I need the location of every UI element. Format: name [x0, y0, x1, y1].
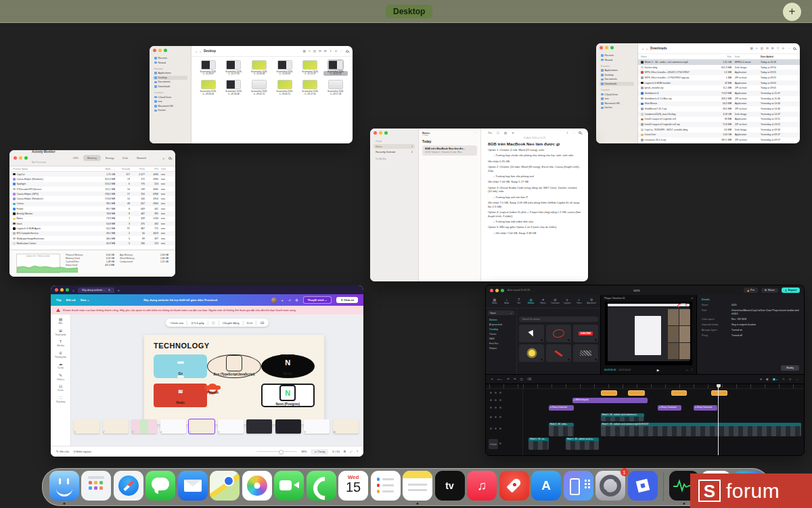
- process-row[interactable]: Logitech G HUB Agent 50,5 MB 97 887 775 …: [9, 226, 175, 231]
- traffic-lights[interactable]: [55, 288, 69, 292]
- canva-sidebar-item[interactable]: ✎ Công cụ: [51, 373, 70, 381]
- capcut-tab[interactable]: ♪ Audio: [501, 298, 513, 304]
- process-row[interactable]: NTLCompilerService 49,1 MB 2 40 4619 neo: [9, 231, 175, 236]
- desktop-space-label[interactable]: Desktop: [386, 5, 432, 18]
- fullscreen-icon[interactable]: ⤢: [350, 450, 352, 453]
- export-button[interactable]: ↥ Export: [782, 287, 800, 293]
- timeline-clip[interactable]: [711, 390, 727, 396]
- process-row[interactable]: Notification Center 45,9 MB 5 336 523 ne…: [9, 241, 175, 246]
- notes-folder[interactable]: Notes1: [374, 144, 415, 149]
- sidebar-item[interactable]: Applications: [600, 68, 634, 72]
- dock-notes-icon[interactable]: [403, 471, 432, 501]
- capcut-tab[interactable]: T Text: [513, 298, 525, 304]
- edit-button[interactable]: Chỉnh sửa: [171, 321, 183, 325]
- process-row[interactable]: Spotlight 313,2 MB 6 776 524 neo: [9, 182, 175, 187]
- sidebar-item[interactable]: Docker: [600, 106, 634, 110]
- gallery-view-icon[interactable]: ⊟: [319, 49, 321, 53]
- timeline-clip[interactable]: ◈ Mild Earthquake: [572, 398, 648, 403]
- more-icon[interactable]: ⋯: [787, 47, 790, 50]
- group-icon[interactable]: ⊞: [324, 49, 327, 53]
- keyframe-icon[interactable]: ◇: [789, 377, 792, 381]
- slide-thumbnail[interactable]: 2: [103, 419, 129, 434]
- list-view-icon[interactable]: ≡: [309, 49, 311, 53]
- process-row[interactable]: CapCut 1,75 GB 217 2.077 4094 neo: [9, 172, 175, 177]
- capcut-tab[interactable]: ▦ Media: [489, 298, 501, 304]
- zoom-slider[interactable]: [256, 451, 297, 453]
- sidebar-item[interactable]: Locations: [600, 88, 634, 92]
- sticker-tile[interactable]: [519, 344, 544, 362]
- new-tab-icon[interactable]: +: [118, 288, 120, 292]
- slide-thumbnail[interactable]: 10: [333, 419, 359, 434]
- more-icon[interactable]: ⋯: [475, 131, 477, 135]
- sidebar-item[interactable]: Recents: [600, 53, 634, 57]
- tech-item[interactable]: ≋ Redis: [154, 384, 207, 407]
- color-swatch[interactable]: [212, 321, 215, 325]
- dock-mail-icon[interactable]: [178, 471, 208, 501]
- process-table-header[interactable]: Process Name Mem... ⌄ Threads Ports PID …: [9, 166, 175, 172]
- sidebar-item[interactable]: neo: [600, 97, 634, 101]
- pro-badge[interactable]: ◆Pro: [744, 287, 758, 293]
- select-tool-icon[interactable]: ▭⌄: [497, 377, 503, 381]
- tech-item[interactable]: Go: [154, 354, 207, 378]
- slide-canvas[interactable]: TECHNOLOGY Go Bun (TypeScript/JavaScript…: [144, 335, 324, 424]
- tech-item[interactable]: N Neon (Postgres): [261, 384, 315, 407]
- grid-view-icon[interactable]: ⊞: [344, 450, 346, 453]
- timeline-clip[interactable]: [601, 390, 617, 396]
- attach-icon[interactable]: ⊕: [512, 131, 514, 135]
- player-menu-icon[interactable]: ≡: [692, 297, 693, 300]
- slide-thumbnail[interactable]: 6: [218, 419, 244, 434]
- file-row[interactable]: Install League of Legends vn2.zip 71,8 M…: [638, 122, 800, 127]
- list-header[interactable]: Name Size Kind Date Added: [638, 54, 800, 60]
- file-row[interactable]: Nhóm 5 - S6 - webs...cial commerce.mp4 1…: [638, 60, 800, 65]
- sticker-category[interactable]: Trending: [488, 327, 514, 331]
- timeline-clip[interactable]: Nhóm 5 - S6 - website social co...: [566, 438, 600, 450]
- redo-icon[interactable]: ↷: [514, 377, 516, 381]
- traffic-lights[interactable]: [153, 49, 187, 52]
- dock-apple-tv-icon[interactable]: tv: [435, 471, 465, 501]
- notes-button[interactable]: ✎ Ghi chú: [56, 450, 69, 453]
- process-row[interactable]: Finder 89,7 MB 8 609 441 neo: [9, 206, 175, 211]
- file-icon-item[interactable]: Screenshot 2026-0...10.27.34: [221, 60, 247, 76]
- dock-messages-icon[interactable]: [145, 471, 175, 501]
- help-icon[interactable]: ?: [357, 450, 358, 453]
- close-icon[interactable]: ✕: [108, 288, 110, 292]
- comment-icon[interactable]: ◍: [296, 298, 298, 302]
- forward-icon[interactable]: ›: [200, 49, 201, 53]
- share-icon[interactable]: ↥: [330, 49, 332, 53]
- sidebar-item[interactable]: Documents: [153, 80, 187, 84]
- file-row[interactable]: Install League of Legends vn2 83 MB Appl…: [638, 117, 800, 122]
- sidebar-item[interactable]: Desktop: [600, 73, 634, 77]
- yours-dropdown[interactable]: Yours⌄: [488, 310, 514, 315]
- dock-photos-icon[interactable]: [242, 471, 272, 501]
- gallery-view-icon[interactable]: ⊟: [766, 47, 769, 50]
- dock-facetime-icon[interactable]: [274, 471, 304, 501]
- sidebar-item[interactable]: Applications: [153, 71, 187, 75]
- sticker-category[interactable]: NEW: [488, 336, 514, 341]
- file-icon-item[interactable]: Screenshot 2026-0...09.56.56: [196, 80, 221, 95]
- file-row[interactable]: WPS Office Installer...090472.1776219907…: [638, 70, 800, 75]
- preview-toggle-icon[interactable]: ▣⌄: [773, 377, 778, 381]
- file-row[interactable]: CrossOver 1,03 GB Application Yesterday …: [638, 133, 800, 138]
- file-icon-item[interactable]: Screenshot 2026-0...09.27.50: [298, 80, 323, 95]
- slide-thumbnail[interactable]: 9: [304, 419, 330, 434]
- undo-icon[interactable]: ↶: [507, 377, 510, 381]
- cover-button[interactable]: ✎ Cover: [489, 439, 498, 449]
- sticker-tile[interactable]: SUBSCRIBE: [573, 325, 598, 342]
- capcut-tab[interactable]: ✦ Effects: [537, 298, 549, 304]
- list-view-icon[interactable]: ≡: [756, 47, 758, 50]
- forward-icon[interactable]: ›: [646, 47, 648, 51]
- dock-system-settings-icon[interactable]: [595, 471, 625, 501]
- play-button[interactable]: ▶: [657, 368, 660, 372]
- dock-safari-icon[interactable]: [114, 471, 143, 501]
- checklist-icon[interactable]: ☑: [497, 131, 499, 135]
- overflow-icon[interactable]: »: [162, 156, 164, 160]
- timeline-clip[interactable]: ◈ Glossy Conversion: [549, 405, 574, 411]
- avatar[interactable]: [271, 298, 277, 303]
- more-icon[interactable]: ⋯: [572, 131, 575, 135]
- dock-phone-icon[interactable]: [307, 471, 336, 501]
- sidebar-item[interactable]: Downloads: [600, 82, 634, 86]
- canva-sidebar-item[interactable]: ⊞ Thành phần: [51, 329, 70, 336]
- sidebar-item[interactable]: Favorites: [600, 64, 634, 68]
- dock-calendar-icon[interactable]: Wed15: [338, 471, 368, 501]
- share-icon[interactable]: ↥: [777, 47, 780, 50]
